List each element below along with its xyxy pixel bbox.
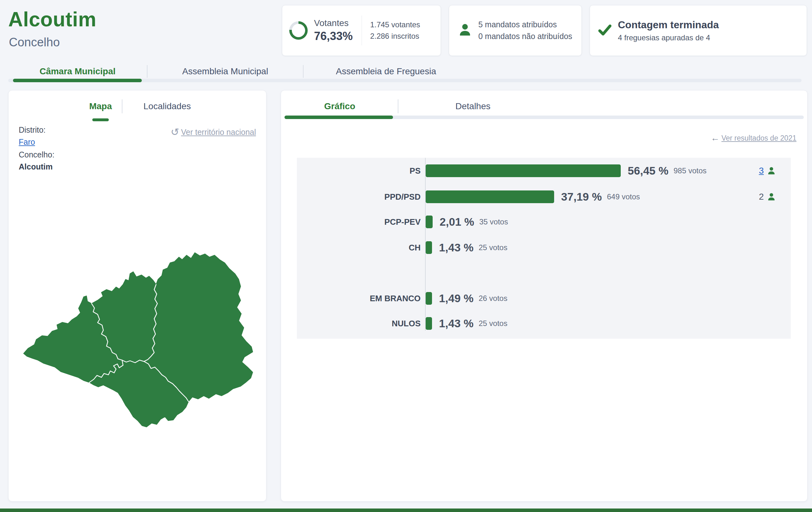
person-icon [766,192,776,201]
undo-icon: ↺ [171,126,179,138]
party-bar [426,292,432,305]
mandates-count: 2 [759,192,764,202]
tab-camara-municipal[interactable]: Câmara Municipal [8,66,147,77]
page-title: Alcoutim [8,8,96,31]
tab-localidades[interactable]: Localidades [134,101,200,111]
results-panel: Gráfico Detalhes ← Ver resultados de 202… [281,90,808,502]
tab-detalhes[interactable]: Detalhes [441,101,505,111]
page-subtitle: Concelho [9,35,60,49]
person-icon [457,22,473,39]
mandates-card: 5 mandatos atribuídos 0 mandatos não atr… [449,5,582,56]
party-percent: 56,45 % [628,164,668,177]
party-percent: 2,01 % [440,216,474,228]
party-label: PPD/PSD [297,192,426,202]
check-icon [598,23,612,38]
chart-row-ps: PS 56,45 % 985 votos [297,163,791,178]
party-percent: 1,49 % [439,292,473,305]
party-votes: 35 votos [479,217,508,226]
count-status-subtitle: 4 freguesias apuradas de 4 [618,33,719,42]
tab-grafico[interactable]: Gráfico [310,101,370,111]
party-percent: 1,43 % [439,241,473,254]
main-tab-active-indicator [13,79,142,82]
party-label: EM BRANCO [297,294,426,303]
turnout-card: Votantes 76,33% 1.745 votantes 2.286 ins… [282,5,441,56]
count-status-card: Contagem terminada 4 freguesias apuradas… [590,5,807,56]
tab-assembleia-freguesia[interactable]: Assembleia de Freguesia [303,66,468,77]
turnout-label: Votantes [314,18,353,28]
election-results-page: Alcoutim Concelho Votantes 76,33% 1.745 … [0,0,812,512]
party-percent: 1,43 % [439,317,473,330]
turnout-percent: 76,33% [314,29,353,43]
map-panel: Mapa Localidades Distrito: Faro Concelho… [8,90,266,502]
card-divider [361,16,362,45]
party-bar [426,164,621,177]
mandates-attributed: 5 mandatos atribuídos [478,19,572,30]
mandates-unattributed: 0 mandatos não atribuídos [478,30,572,42]
party-bar [426,241,432,254]
concelho-value: Alcoutim [19,162,53,171]
party-votes: 25 votos [478,319,508,328]
chart-row-em-branco: EM BRANCO 1,49 % 26 votos [297,291,791,306]
tab-divider [122,99,122,113]
reset-national-territory-link[interactable]: ↺ Ver território nacional [171,126,256,138]
results-bar-chart: PS 56,45 % 985 votos PPD/PSD 37,19 % 649… [297,158,791,339]
municipality-map[interactable] [18,248,257,428]
person-icon [766,166,776,176]
chart-row-nulos: NULOS 1,43 % 25 votos [297,316,791,331]
tab-assembleia-municipal[interactable]: Assembleia Municipal [147,66,303,77]
party-votes: 25 votos [478,243,508,252]
party-bar [426,190,554,203]
tab-divider [398,99,398,113]
turnout-voters: 1.745 votantes [370,19,420,30]
distrito-label: Distrito: [19,125,46,135]
party-votes: 26 votos [478,294,508,303]
count-status-title: Contagem terminada [618,19,719,31]
party-votes: 649 votos [607,192,640,201]
main-tab-bar: Câmara Municipal Assembleia Municipal As… [8,64,468,78]
reset-link-label: Ver território nacional [181,128,256,137]
history-link-label: Ver resultados de 2021 [721,134,796,142]
previous-results-link[interactable]: ← Ver resultados de 2021 [710,133,796,143]
party-label: PS [297,166,426,176]
turnout-registered: 2.286 inscritos [370,30,420,42]
party-label: PCP-PEV [297,217,426,227]
chart-row-pcp-pev: PCP-PEV 2,01 % 35 votos [297,215,791,229]
party-percent: 37,19 % [561,190,602,203]
mapa-tab-active-indicator [92,118,109,121]
footer-bar [0,509,812,512]
concelho-label: Concelho: [19,150,55,159]
mandates-ps: 3 [759,163,776,178]
party-label: CH [297,243,426,253]
mandates-ppd-psd: 2 [759,189,776,204]
party-label: NULOS [297,319,426,328]
main-tab-track [8,79,802,82]
party-bar [426,317,432,330]
left-arrow-icon: ← [710,133,719,143]
results-tab-active-indicator [285,115,393,119]
distrito-link-faro[interactable]: Faro [19,137,35,147]
chart-row-ppd-psd: PPD/PSD 37,19 % 649 votos [297,189,791,204]
chart-row-ch: CH 1,43 % 25 votos [297,240,791,255]
party-bar [426,216,433,228]
tab-mapa[interactable]: Mapa [77,101,124,111]
results-tab-track [285,115,804,119]
turnout-donut-icon [289,21,308,40]
party-votes: 985 votos [673,166,706,175]
mandates-count-link[interactable]: 3 [759,166,764,176]
